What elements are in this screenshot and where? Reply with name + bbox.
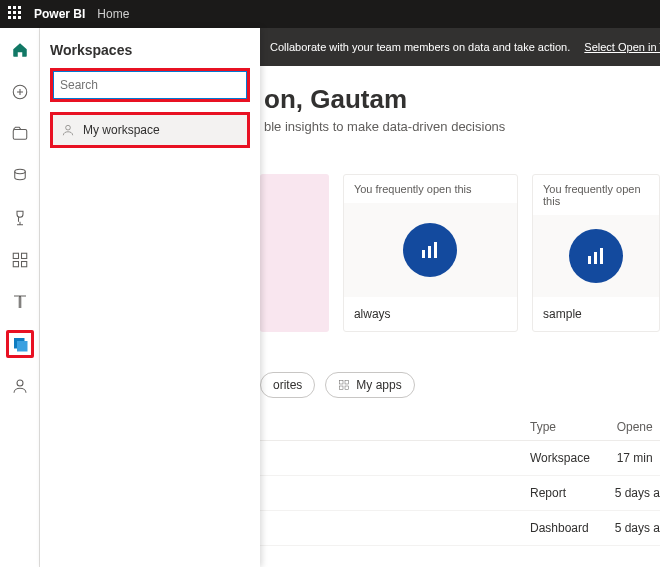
table-row[interactable]: Report 5 days a [260,476,660,511]
svg-rect-3 [13,253,18,258]
breadcrumb-home[interactable]: Home [97,7,129,21]
card-name: always [344,297,517,331]
table-row[interactable]: Workspace 17 min [260,441,660,476]
main-content: on, Gautam ble insights to make data-dri… [260,66,660,567]
nav-data-hub-icon[interactable] [6,162,34,190]
chip-my-apps[interactable]: My apps [325,372,414,398]
svg-rect-5 [13,262,18,267]
apps-icon [338,379,350,391]
flyout-title: Workspaces [50,42,250,58]
svg-rect-14 [600,248,603,264]
search-highlight [50,68,250,102]
nav-workspaces-icon[interactable] [6,330,34,358]
svg-rect-18 [345,386,349,390]
col-type[interactable]: Type [530,420,617,434]
cell-type: Dashboard [530,521,615,535]
chip-favorites[interactable]: orites [260,372,315,398]
svg-rect-1 [13,130,27,140]
filter-chips: orites My apps [260,372,660,398]
svg-point-7 [17,380,23,386]
nav-browse-icon[interactable] [6,120,34,148]
cell-opened: 5 days a [615,486,660,500]
nav-home-icon[interactable] [6,36,34,64]
recent-table: Type Opene Workspace 17 min Report 5 day… [260,420,660,546]
chip-label: orites [273,378,302,392]
svg-rect-11 [434,242,437,258]
my-workspace-highlight: My workspace [50,112,250,148]
workspace-search-input[interactable] [53,71,247,99]
card-placeholder[interactable] [260,174,329,332]
person-icon [61,123,75,137]
chart-icon [403,223,457,277]
svg-rect-13 [594,252,597,264]
card-hint: You frequently open this [344,175,517,203]
nav-goals-icon[interactable] [6,204,34,232]
top-bar: Power BI Home [0,0,660,28]
app-launcher-icon[interactable] [8,6,24,22]
cell-type: Workspace [530,451,617,465]
card-art [533,215,659,297]
brand-label: Power BI [34,7,85,21]
card-name: sample [533,297,659,331]
recommended-cards: You frequently open this always You freq… [260,174,660,332]
svg-point-8 [66,125,71,130]
svg-rect-16 [345,381,349,385]
table-header: Type Opene [260,420,660,441]
cell-opened: 17 min [617,451,660,465]
banner-text: Collaborate with your team members on da… [270,41,570,53]
nav-create-icon[interactable] [6,78,34,106]
cell-opened: 5 days a [615,521,660,535]
svg-rect-10 [428,246,431,258]
card-sample[interactable]: You frequently open this sample [532,174,660,332]
svg-rect-6 [21,262,26,267]
page-subtitle: ble insights to make data-driven decisio… [260,119,660,134]
card-hint: You frequently open this [533,175,659,215]
chart-icon [569,229,623,283]
cell-type: Report [530,486,615,500]
my-workspace-item[interactable]: My workspace [53,115,247,145]
nav-apps-icon[interactable] [6,246,34,274]
nav-my-workspace-icon[interactable] [6,372,34,400]
svg-rect-9 [422,250,425,258]
workspaces-flyout: Workspaces My workspace [40,28,260,567]
nav-rail [0,28,40,567]
my-workspace-label: My workspace [83,123,160,137]
nav-learn-icon[interactable] [6,288,34,316]
card-art [344,203,517,297]
teams-banner: Collaborate with your team members on da… [260,28,660,66]
svg-rect-12 [588,256,591,264]
page-title: on, Gautam [260,84,660,115]
card-always[interactable]: You frequently open this always [343,174,518,332]
svg-point-2 [14,169,25,174]
banner-link[interactable]: Select Open in Teams to get [584,41,660,53]
table-row[interactable]: Dashboard 5 days a [260,511,660,546]
svg-rect-17 [340,386,344,390]
chip-label: My apps [356,378,401,392]
svg-rect-15 [340,381,344,385]
col-opened[interactable]: Opene [617,420,660,434]
svg-rect-4 [21,253,26,258]
